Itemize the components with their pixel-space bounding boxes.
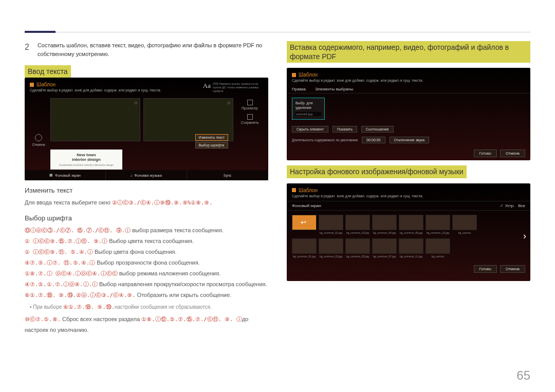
tab-selected-elements[interactable]: Элементы выбраны (315, 87, 353, 91)
cancel-button[interactable]: Отмена (500, 150, 525, 157)
bg-screen-label: Фоновый экран (292, 203, 321, 208)
thumbnail-label: bg_common_07.jpg (372, 255, 397, 258)
font-option-line: ⑬ⓘⓞⓒ③./ⓒ⑦. ⑮.⑦./ⓒ⑪. ⑨.ⓘ выбор размера те… (25, 225, 268, 236)
done-button[interactable]: Готово (474, 265, 497, 273)
tab-edit[interactable]: Правка (292, 87, 306, 91)
note-bullet: • При выборе ⑥①.⑦.⑱. ⑨.⑲.настройки сообщ… (30, 304, 268, 311)
done-button[interactable]: Готово (474, 150, 497, 157)
option-code: ①⑧.⑦.ⓘ ⓞⓒ④.ⓘⓞⓒ④.ⓘⓒⓒ (25, 270, 118, 276)
left-column: 2 Составить шаблон, вставив текст, видео… (25, 41, 268, 335)
template-icon (292, 73, 296, 77)
thumbnail-label: bg_common_10.jpg (425, 231, 450, 234)
save-label: Сохранить (236, 121, 263, 124)
ratio-button[interactable]: Соотношение (361, 126, 394, 133)
zone-menu-icon: ⊙ (134, 101, 138, 105)
preview-line3: Sustainable evolution eclectic interacti… (52, 163, 120, 166)
heading-choose-font: Выбор шрифта (25, 214, 268, 222)
edit-text-button[interactable]: Изменить текст (195, 134, 228, 141)
sync-tab[interactable]: Sync (187, 170, 268, 180)
template-icon (292, 188, 296, 192)
bg-thumbnail[interactable]: bg_common_05.jpg (345, 238, 370, 258)
preview-icon[interactable] (247, 100, 253, 105)
template-zone-1[interactable]: ⊙ (50, 98, 140, 141)
bg-thumbnail[interactable]: bg_commo (425, 238, 450, 258)
option-code: ⑥①.⑦.⑱. ⑨.⑲.②ⓞ.ⓘⓒ③./ⓒ④.⑨. (25, 292, 136, 298)
text-preview-box[interactable]: New town interior design Sustainable evo… (50, 150, 122, 170)
font-options-list: ⑬ⓘⓞⓒ③./ⓒ⑦. ⑮.⑦./ⓒ⑪. ⑨.ⓘ выбор размера те… (25, 225, 268, 301)
option-desc: Выбор цвета текста сообщения. (107, 238, 194, 244)
option-desc: Выбор прозрачности фона сообщения. (95, 259, 200, 266)
thumbnail-label: bg_commo (452, 231, 477, 234)
hide-element-button[interactable]: Скрыть элемент (292, 126, 328, 133)
bg-thumbnail[interactable]: bg_common_01.jpg (319, 215, 343, 234)
screenshot-bg-picker: Шаблон Сделайте выбор в редакт. зоне для… (287, 183, 530, 281)
choose-font-button[interactable]: Выбор шрифта (195, 142, 228, 148)
save-icon[interactable] (247, 114, 253, 120)
heading-edit-text: Изменить текст (25, 186, 268, 194)
font-option-line: ④⑦.⑤.ⓘ⑦. ⑪.⑤.④.ⓘ Выбор прозрачности фона… (25, 257, 268, 268)
heading-text-input: Ввод текста (25, 65, 71, 78)
bg-thumbnail[interactable]: bg_common_11.jpg (399, 238, 423, 258)
bg-thumbnail[interactable]: bg_commo (452, 215, 477, 234)
shot1-title-text: Шаблон (36, 82, 55, 87)
back-icon (35, 134, 42, 141)
font-option-line: ⑥①.⑦.⑱. ⑨.⑲.②ⓞ.ⓘⓒ③./ⓒ④.⑨. Отобразить или… (25, 290, 268, 301)
selected-item-box[interactable]: Выбр. для удаления picture1.jpg (292, 98, 325, 120)
bg-thumbnail[interactable]: bg_common_03.jpg (345, 215, 370, 234)
option-code: ④⑦.⑤.①.⑦.ⓘⓞ⑨.ⓘ.ⓘ (25, 281, 98, 287)
thumbnail-label: bg_common_04.jpg (372, 231, 397, 234)
thumbnail-label: bg_common_03.jpg (345, 231, 370, 234)
thumbnail-label: bg_common_06.jpg (399, 231, 423, 234)
shot2-title: Шаблон (287, 68, 530, 79)
bg-screen-tab[interactable]: ▦Фоновый экран (25, 170, 106, 180)
bg-music-tab[interactable]: ♪Фоновая музыка (106, 170, 187, 180)
step-row: 2 Составить шаблон, вставив текст, видео… (25, 41, 268, 58)
reset-line: ⑩ⓒ⑦.⑤.⑧. Сброс всех настроек раздела ①⑧.… (25, 314, 268, 335)
shot3-subtitle: Сделайте выбор в редакт. зоне для добавл… (287, 194, 530, 201)
template-icon (30, 83, 34, 87)
page-number: 65 (516, 368, 530, 383)
preview-line1: New town (52, 153, 120, 157)
bg-thumbnail[interactable]: bg_common_01.jpg (292, 238, 317, 258)
right-column: Вставка содержимого, например, видео, фо… (287, 41, 530, 335)
font-size-icon: Aa (203, 82, 211, 90)
step-number: 2 (25, 41, 29, 58)
option-code: ⑬ⓘⓞⓒ③./ⓒ⑦. ⑮.⑦./ⓒ⑪. ⑨.ⓘ (25, 227, 131, 233)
option-code: ① ⓘⓒⓒ⑨.⑪. ⑤.④.ⓘ (25, 249, 93, 255)
font-option-line: ④⑦.⑤.①.⑦.ⓘⓞ⑨.ⓘ.ⓘ Выбор направления прокр… (25, 279, 268, 290)
next-arrow-icon[interactable]: › (523, 231, 526, 241)
bg-thumbnail[interactable]: bg_common_06.jpg (399, 215, 423, 234)
folder-up[interactable] (292, 215, 317, 234)
thumbnail-label: bg_common_01.jpg (319, 231, 343, 234)
font-option-line: ① ⓘⓒⓒ⑨.⑮.⑦.ⓘ⑪. ⑨.ⓘ Выбор цвета текста со… (25, 236, 268, 247)
option-desc: Выбор цвета фона сообщения. (93, 249, 177, 255)
font-option-line: ① ⓘⓒⓒ⑨.⑪. ⑤.④.ⓘ Выбор цвета фона сообщен… (25, 247, 268, 257)
bg-thumbnail[interactable]: bg_common_07.jpg (372, 238, 397, 258)
cancel-button[interactable]: Отмена (500, 265, 525, 273)
top-rule (25, 32, 530, 32)
font-option-line: ①⑧.⑦.ⓘ ⓞⓒ④.ⓘⓞⓒ④.ⓘⓒⓒ выбор режима наложен… (25, 268, 268, 279)
step-text: Составить шаблон, вставив текст, видео, … (38, 41, 268, 58)
image-icon: ▦ (49, 173, 53, 177)
show-element-button[interactable]: Показать (332, 126, 357, 133)
top-rule-accent (25, 31, 55, 33)
screenshot-edit-elements: Шаблон Сделайте выбор в редакт. зоне для… (287, 68, 530, 160)
thumbnail-label: bg_commo (425, 255, 450, 258)
option-desc: выбор режима наложения сообщения. (118, 270, 221, 276)
shot1-cancel-control[interactable]: Отмена (30, 98, 47, 146)
duration-value[interactable]: 00:00:05 (362, 137, 385, 143)
option-code: ① ⓘⓒⓒ⑨.⑮.⑦.ⓘ⑪. ⑨.ⓘ (25, 238, 107, 244)
bg-thumbnail[interactable]: bg_common_04.jpg (372, 215, 397, 234)
duration-label: Длительность содержимого по умолчанию (292, 138, 358, 142)
preview-label: Просмотр (236, 106, 263, 110)
device-filter[interactable]: ✓ Устр. Все (500, 203, 525, 208)
option-code: ④⑦.⑤.ⓘ⑦. ⑪.⑤.④.ⓘ (25, 259, 95, 266)
thumbnail-label: bg_common_01.jpg (292, 255, 317, 258)
bg-thumbnail[interactable]: bg_common_10.jpg (425, 215, 450, 234)
bg-thumbnail[interactable]: bg_common_03.jpg (319, 238, 343, 258)
shot1-cancel-label: Отмена (30, 143, 47, 146)
thumbnail-label: bg_common_03.jpg (319, 255, 343, 258)
mute-button[interactable]: Отключение звука (390, 137, 430, 143)
code-edit-text: ②ⓘⓒ③./ⓒ④.ⓘ⑨⑲.⑨.⑨%①⑧.⑨. (112, 199, 213, 206)
heading-insert-content: Вставка содержимого, например, видео, фо… (287, 41, 530, 63)
